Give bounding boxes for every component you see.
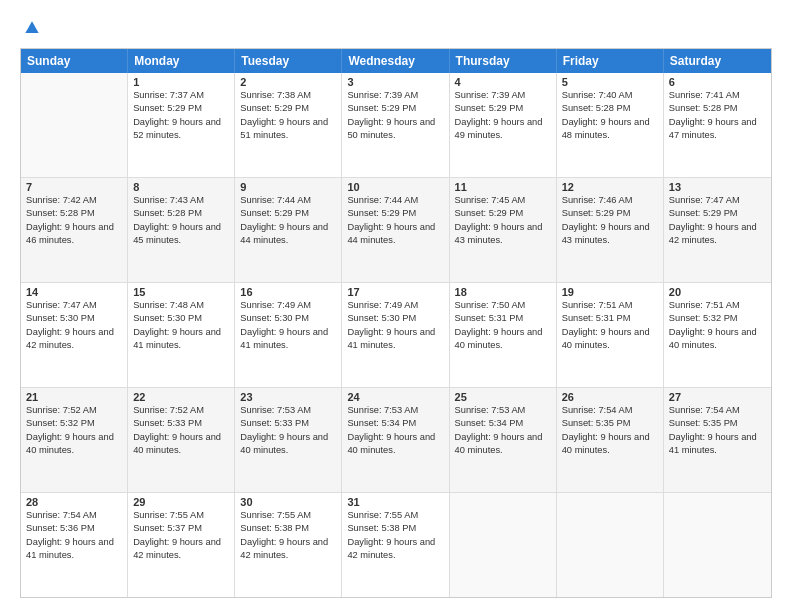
logo-icon <box>22 18 42 38</box>
day-info: Sunrise: 7:41 AM Sunset: 5:28 PM Dayligh… <box>669 89 766 143</box>
day-number: 8 <box>133 181 229 193</box>
day-info: Sunrise: 7:51 AM Sunset: 5:32 PM Dayligh… <box>669 299 766 353</box>
cal-cell-2-2: 8Sunrise: 7:43 AM Sunset: 5:28 PM Daylig… <box>128 178 235 282</box>
header-cell-saturday: Saturday <box>664 49 771 73</box>
cal-cell-2-6: 12Sunrise: 7:46 AM Sunset: 5:29 PM Dayli… <box>557 178 664 282</box>
cal-cell-1-3: 2Sunrise: 7:38 AM Sunset: 5:29 PM Daylig… <box>235 73 342 177</box>
day-number: 25 <box>455 391 551 403</box>
day-number: 31 <box>347 496 443 508</box>
cal-cell-4-5: 25Sunrise: 7:53 AM Sunset: 5:34 PM Dayli… <box>450 388 557 492</box>
day-info: Sunrise: 7:38 AM Sunset: 5:29 PM Dayligh… <box>240 89 336 143</box>
day-info: Sunrise: 7:39 AM Sunset: 5:29 PM Dayligh… <box>455 89 551 143</box>
calendar-header: SundayMondayTuesdayWednesdayThursdayFrid… <box>21 49 771 73</box>
day-number: 12 <box>562 181 658 193</box>
day-info: Sunrise: 7:46 AM Sunset: 5:29 PM Dayligh… <box>562 194 658 248</box>
calendar-row-5: 28Sunrise: 7:54 AM Sunset: 5:36 PM Dayli… <box>21 492 771 597</box>
cal-cell-1-2: 1Sunrise: 7:37 AM Sunset: 5:29 PM Daylig… <box>128 73 235 177</box>
day-info: Sunrise: 7:53 AM Sunset: 5:33 PM Dayligh… <box>240 404 336 458</box>
cal-cell-5-3: 30Sunrise: 7:55 AM Sunset: 5:38 PM Dayli… <box>235 493 342 597</box>
cal-cell-3-4: 17Sunrise: 7:49 AM Sunset: 5:30 PM Dayli… <box>342 283 449 387</box>
day-number: 11 <box>455 181 551 193</box>
day-info: Sunrise: 7:45 AM Sunset: 5:29 PM Dayligh… <box>455 194 551 248</box>
day-info: Sunrise: 7:47 AM Sunset: 5:29 PM Dayligh… <box>669 194 766 248</box>
header-cell-sunday: Sunday <box>21 49 128 73</box>
cal-cell-2-4: 10Sunrise: 7:44 AM Sunset: 5:29 PM Dayli… <box>342 178 449 282</box>
header-cell-wednesday: Wednesday <box>342 49 449 73</box>
day-number: 15 <box>133 286 229 298</box>
day-number: 29 <box>133 496 229 508</box>
svg-marker-0 <box>25 21 38 33</box>
cal-cell-3-3: 16Sunrise: 7:49 AM Sunset: 5:30 PM Dayli… <box>235 283 342 387</box>
cal-cell-5-2: 29Sunrise: 7:55 AM Sunset: 5:37 PM Dayli… <box>128 493 235 597</box>
day-info: Sunrise: 7:48 AM Sunset: 5:30 PM Dayligh… <box>133 299 229 353</box>
cal-cell-4-7: 27Sunrise: 7:54 AM Sunset: 5:35 PM Dayli… <box>664 388 771 492</box>
day-number: 3 <box>347 76 443 88</box>
cal-cell-1-5: 4Sunrise: 7:39 AM Sunset: 5:29 PM Daylig… <box>450 73 557 177</box>
day-info: Sunrise: 7:43 AM Sunset: 5:28 PM Dayligh… <box>133 194 229 248</box>
day-number: 27 <box>669 391 766 403</box>
day-info: Sunrise: 7:47 AM Sunset: 5:30 PM Dayligh… <box>26 299 122 353</box>
day-number: 24 <box>347 391 443 403</box>
cal-cell-5-6 <box>557 493 664 597</box>
header-cell-thursday: Thursday <box>450 49 557 73</box>
cal-cell-5-4: 31Sunrise: 7:55 AM Sunset: 5:38 PM Dayli… <box>342 493 449 597</box>
day-number: 16 <box>240 286 336 298</box>
cal-cell-4-6: 26Sunrise: 7:54 AM Sunset: 5:35 PM Dayli… <box>557 388 664 492</box>
day-number: 28 <box>26 496 122 508</box>
cal-cell-1-4: 3Sunrise: 7:39 AM Sunset: 5:29 PM Daylig… <box>342 73 449 177</box>
cal-cell-3-2: 15Sunrise: 7:48 AM Sunset: 5:30 PM Dayli… <box>128 283 235 387</box>
cal-cell-3-7: 20Sunrise: 7:51 AM Sunset: 5:32 PM Dayli… <box>664 283 771 387</box>
page: SundayMondayTuesdayWednesdayThursdayFrid… <box>0 0 792 612</box>
cal-cell-2-1: 7Sunrise: 7:42 AM Sunset: 5:28 PM Daylig… <box>21 178 128 282</box>
day-info: Sunrise: 7:52 AM Sunset: 5:32 PM Dayligh… <box>26 404 122 458</box>
day-number: 21 <box>26 391 122 403</box>
cal-cell-2-7: 13Sunrise: 7:47 AM Sunset: 5:29 PM Dayli… <box>664 178 771 282</box>
cal-cell-2-5: 11Sunrise: 7:45 AM Sunset: 5:29 PM Dayli… <box>450 178 557 282</box>
day-info: Sunrise: 7:55 AM Sunset: 5:38 PM Dayligh… <box>240 509 336 563</box>
cal-cell-2-3: 9Sunrise: 7:44 AM Sunset: 5:29 PM Daylig… <box>235 178 342 282</box>
day-info: Sunrise: 7:39 AM Sunset: 5:29 PM Dayligh… <box>347 89 443 143</box>
day-number: 22 <box>133 391 229 403</box>
cal-cell-5-7 <box>664 493 771 597</box>
day-number: 2 <box>240 76 336 88</box>
calendar-row-3: 14Sunrise: 7:47 AM Sunset: 5:30 PM Dayli… <box>21 282 771 387</box>
cal-cell-3-6: 19Sunrise: 7:51 AM Sunset: 5:31 PM Dayli… <box>557 283 664 387</box>
cal-cell-1-1 <box>21 73 128 177</box>
day-info: Sunrise: 7:44 AM Sunset: 5:29 PM Dayligh… <box>240 194 336 248</box>
day-number: 7 <box>26 181 122 193</box>
header-cell-friday: Friday <box>557 49 664 73</box>
day-info: Sunrise: 7:55 AM Sunset: 5:38 PM Dayligh… <box>347 509 443 563</box>
day-number: 23 <box>240 391 336 403</box>
calendar-row-4: 21Sunrise: 7:52 AM Sunset: 5:32 PM Dayli… <box>21 387 771 492</box>
day-info: Sunrise: 7:50 AM Sunset: 5:31 PM Dayligh… <box>455 299 551 353</box>
calendar: SundayMondayTuesdayWednesdayThursdayFrid… <box>20 48 772 598</box>
cal-cell-3-5: 18Sunrise: 7:50 AM Sunset: 5:31 PM Dayli… <box>450 283 557 387</box>
calendar-row-2: 7Sunrise: 7:42 AM Sunset: 5:28 PM Daylig… <box>21 177 771 282</box>
day-info: Sunrise: 7:52 AM Sunset: 5:33 PM Dayligh… <box>133 404 229 458</box>
day-info: Sunrise: 7:54 AM Sunset: 5:35 PM Dayligh… <box>669 404 766 458</box>
header-cell-monday: Monday <box>128 49 235 73</box>
day-info: Sunrise: 7:49 AM Sunset: 5:30 PM Dayligh… <box>347 299 443 353</box>
cal-cell-5-5 <box>450 493 557 597</box>
header-cell-tuesday: Tuesday <box>235 49 342 73</box>
day-info: Sunrise: 7:51 AM Sunset: 5:31 PM Dayligh… <box>562 299 658 353</box>
day-number: 4 <box>455 76 551 88</box>
cal-cell-4-1: 21Sunrise: 7:52 AM Sunset: 5:32 PM Dayli… <box>21 388 128 492</box>
day-info: Sunrise: 7:49 AM Sunset: 5:30 PM Dayligh… <box>240 299 336 353</box>
day-info: Sunrise: 7:37 AM Sunset: 5:29 PM Dayligh… <box>133 89 229 143</box>
day-number: 19 <box>562 286 658 298</box>
cal-cell-5-1: 28Sunrise: 7:54 AM Sunset: 5:36 PM Dayli… <box>21 493 128 597</box>
cal-cell-4-2: 22Sunrise: 7:52 AM Sunset: 5:33 PM Dayli… <box>128 388 235 492</box>
day-number: 30 <box>240 496 336 508</box>
day-info: Sunrise: 7:44 AM Sunset: 5:29 PM Dayligh… <box>347 194 443 248</box>
day-number: 14 <box>26 286 122 298</box>
day-info: Sunrise: 7:55 AM Sunset: 5:37 PM Dayligh… <box>133 509 229 563</box>
header <box>20 18 772 38</box>
cal-cell-1-7: 6Sunrise: 7:41 AM Sunset: 5:28 PM Daylig… <box>664 73 771 177</box>
day-number: 17 <box>347 286 443 298</box>
cal-cell-3-1: 14Sunrise: 7:47 AM Sunset: 5:30 PM Dayli… <box>21 283 128 387</box>
calendar-row-1: 1Sunrise: 7:37 AM Sunset: 5:29 PM Daylig… <box>21 73 771 177</box>
day-info: Sunrise: 7:53 AM Sunset: 5:34 PM Dayligh… <box>455 404 551 458</box>
day-info: Sunrise: 7:42 AM Sunset: 5:28 PM Dayligh… <box>26 194 122 248</box>
day-number: 5 <box>562 76 658 88</box>
